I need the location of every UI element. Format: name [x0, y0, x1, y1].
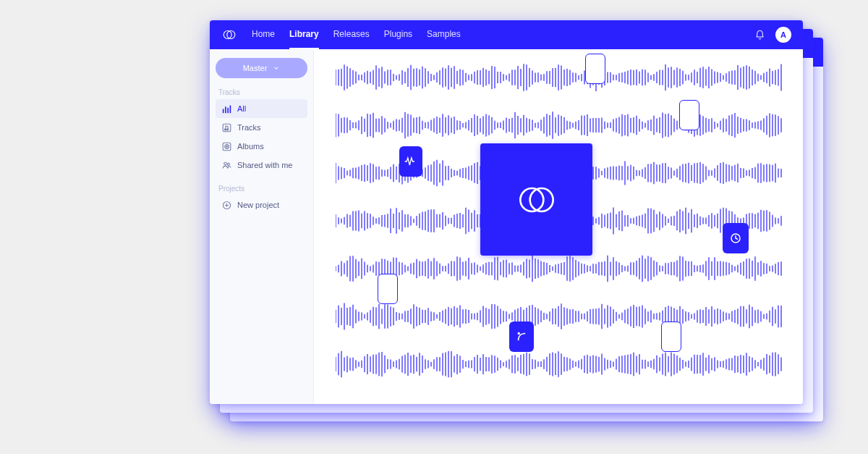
marker-outline[interactable] [661, 321, 681, 352]
curve-icon [515, 330, 528, 343]
nav-releases[interactable]: Releases [333, 29, 370, 41]
sidebar-item-label: All [237, 104, 246, 113]
svg-rect-6 [223, 124, 231, 132]
tracks-section-label: Tracks [218, 88, 305, 96]
logo-icon [221, 27, 237, 43]
svg-rect-5 [229, 105, 231, 113]
master-button[interactable]: Master [216, 58, 307, 78]
people-icon [221, 160, 231, 170]
avatar[interactable]: A [775, 27, 791, 43]
top-nav: Home Library Releases Plugins Samples [252, 29, 461, 41]
sidebar-item-shared[interactable]: Shared with me [216, 156, 307, 175]
overlap-circles-icon [514, 177, 560, 223]
waveform-row[interactable] [336, 303, 796, 330]
marker-outline[interactable] [585, 54, 605, 84]
main-window: Home Library Releases Plugins Samples A … [210, 20, 803, 404]
svg-point-12 [224, 162, 226, 165]
app-header: Home Library Releases Plugins Samples A [210, 20, 803, 49]
svg-point-13 [227, 163, 229, 165]
svg-rect-3 [225, 106, 226, 113]
bars-icon [221, 104, 231, 114]
sidebar-item-label: Shared with me [237, 161, 292, 169]
svg-point-1103 [518, 333, 519, 335]
center-card[interactable] [480, 143, 592, 256]
nav-plugins[interactable]: Plugins [384, 29, 412, 41]
waveform-row[interactable] [336, 255, 796, 282]
svg-point-7 [224, 128, 226, 130]
nav-library[interactable]: Library [289, 29, 319, 49]
svg-point-1100 [520, 188, 543, 211]
main-content [314, 49, 803, 404]
album-icon [221, 141, 231, 151]
svg-rect-4 [227, 107, 229, 112]
sidebar-item-label: New project [237, 201, 279, 209]
svg-point-11 [226, 146, 227, 147]
sidebar: Master Tracks All Tracks [210, 49, 314, 404]
sidebar-item-label: Albums [237, 142, 264, 151]
notifications-icon[interactable] [754, 29, 765, 41]
sidebar-item-all[interactable]: All [216, 99, 307, 118]
sidebar-item-albums[interactable]: Albums [216, 137, 307, 156]
nav-samples[interactable]: Samples [427, 29, 461, 41]
waveform-row[interactable] [336, 64, 796, 91]
chevron-down-icon [273, 64, 280, 72]
svg-point-8 [226, 128, 228, 130]
master-button-label: Master [243, 64, 268, 72]
svg-point-1101 [529, 188, 553, 211]
sidebar-item-label: Tracks [237, 123, 261, 132]
plus-circle-icon [221, 200, 231, 210]
marker-outline[interactable] [378, 274, 398, 304]
clock-icon [729, 232, 742, 245]
marker-outline[interactable] [679, 100, 699, 130]
nav-home[interactable]: Home [252, 29, 275, 41]
track-icon [221, 122, 231, 133]
sidebar-item-new-project[interactable]: New project [216, 196, 307, 214]
pulse-icon [404, 154, 418, 169]
projects-section-label: Projects [218, 185, 305, 193]
waveform-row[interactable] [336, 112, 796, 139]
svg-rect-2 [222, 109, 224, 113]
sidebar-item-tracks[interactable]: Tracks [216, 118, 307, 137]
marker-fill[interactable] [399, 146, 422, 177]
marker-fill[interactable] [509, 321, 534, 352]
marker-fill[interactable] [723, 223, 749, 253]
waveform-row[interactable] [336, 350, 796, 378]
